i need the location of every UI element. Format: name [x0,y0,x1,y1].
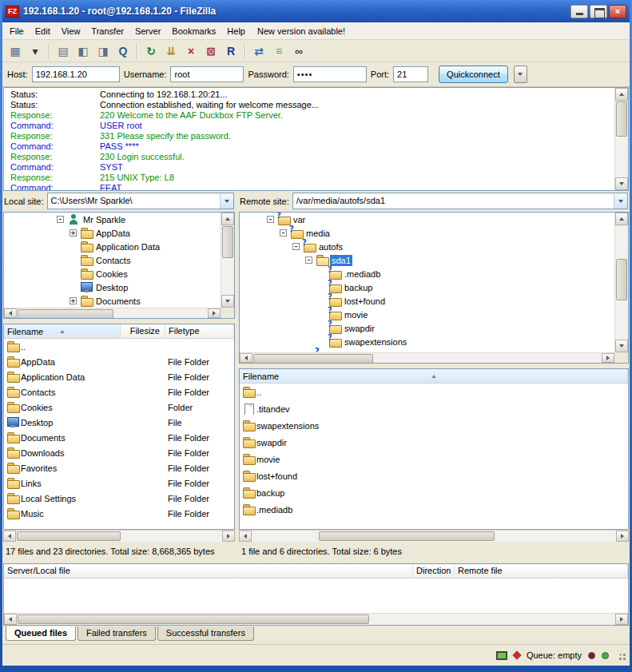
movie[interactable]: movie [240,451,628,467]
host-input[interactable] [32,66,120,82]
column-header-direction[interactable]: Direction [413,564,455,578]
directory-comparison-button[interactable]: ⇄ [249,42,268,60]
tab-failed-transfers[interactable]: Failed transfers [78,626,156,641]
quickconnect-dropdown-button[interactable] [514,66,527,83]
tree-item[interactable]: - sda1 [240,253,614,267]
Local Settings[interactable]: Local Settings File Folder [4,491,234,506]
menu-bookmarks[interactable]: Bookmarks [166,24,221,38]
tree-item[interactable]: - autofs [240,240,614,253]
log-vertical-scrollbar[interactable] [614,88,628,190]
scroll-up-button[interactable] [615,88,628,101]
scrollbar-thumb[interactable] [319,531,495,541]
refresh-button[interactable]: ↻ [141,42,161,60]
Music[interactable]: Music File Folder [4,506,234,521]
local-tree-vertical-scrollbar[interactable] [221,213,234,308]
scroll-right-button[interactable] [615,614,628,625]
backup[interactable]: backup [240,484,628,501]
scroll-down-button[interactable] [615,177,628,190]
tab-successful-transfers[interactable]: Successful transfers [157,626,254,641]
tree-expander[interactable]: - [292,243,300,250]
scroll-right-button[interactable] [602,353,614,363]
local-site-combobox[interactable]: C:\Users\Mr Sparkle\ [47,193,234,209]
tree-item[interactable]: + AppData [4,226,221,240]
.titandev[interactable]: .titandev [240,400,628,417]
menu-view[interactable]: View [56,24,86,38]
tree-expander[interactable]: - [305,256,312,264]
tree-item[interactable]: - media [240,226,614,240]
tree-item[interactable]: Application Data [4,240,221,253]
local-tree-horizontal-scrollbar[interactable] [4,308,221,318]
find-files-button[interactable]: ∞ [289,42,308,60]
remote-site-combobox[interactable]: /var/media/autofs/sda1 [292,193,628,209]
toggle-queue-button[interactable]: Q [113,42,133,60]
password-input[interactable] [293,66,367,82]
tree-expander[interactable]: + [70,229,77,237]
menu-edit[interactable]: Edit [30,24,56,38]
quickconnect-button[interactable]: Quickconnect [439,66,508,83]
tree-item[interactable]: - Mr Sparkle [4,213,221,226]
scrollbar-thumb[interactable] [616,259,627,300]
column-header-server-local-file[interactable]: Server/Local file [4,564,413,578]
combo-dropdown-button[interactable] [614,193,627,209]
toggle-message-log-button[interactable]: ▤ [54,42,73,60]
column-header-filetype[interactable]: Filetype [165,324,234,338]
toggle-local-tree-button[interactable]: ◧ [74,42,93,60]
scroll-right-button[interactable] [208,308,221,318]
tab-queued-files[interactable]: Queued files [6,626,76,641]
process-queue-button[interactable]: ⇊ [161,42,181,60]
tree-expander[interactable]: - [280,229,287,237]
tree-item[interactable]: lost+found [240,294,614,308]
scroll-down-button[interactable] [615,340,628,352]
scrollbar-thumb[interactable] [222,226,233,258]
scrollbar-thumb[interactable] [17,531,121,541]
red-indicator-icon[interactable] [512,650,521,659]
tree-item[interactable]: + Documents [4,294,221,308]
Links[interactable]: Links File Folder [4,475,234,491]
.mediadb[interactable]: .mediadb [240,501,628,518]
scroll-up-button[interactable] [221,213,234,225]
Desktop[interactable]: Desktop File [4,415,234,430]
site-manager-dropdown[interactable]: ▾ [26,42,45,60]
swapextensions[interactable]: swapextensions [240,417,628,434]
scroll-down-button[interactable] [221,295,234,308]
menu-transfer[interactable]: Transfer [85,24,129,38]
new-version-notice[interactable]: New version available! [251,24,352,38]
..[interactable]: .. [4,339,234,354]
tree-expander[interactable]: - [267,216,274,223]
scroll-up-button[interactable] [615,213,628,225]
column-header-remote-file[interactable]: Remote file [455,564,628,578]
title-bar[interactable]: FZ 192.168.1.20 - root@192.168.1.20 - Fi… [2,0,630,22]
resize-grip[interactable] [615,650,626,661]
tree-expander[interactable]: + [70,297,77,304]
synchronized-browsing-button[interactable]: ≡ [269,42,288,60]
username-input[interactable] [170,66,244,82]
port-input[interactable] [393,66,428,82]
maximize-button[interactable] [590,5,607,18]
remote-tree-horizontal-scrollbar[interactable] [240,352,614,363]
tree-item[interactable]: .mediadb [240,267,614,280]
menu-help[interactable]: Help [221,24,251,38]
queue-horizontal-scrollbar[interactable] [4,613,628,625]
close-button[interactable]: × [609,5,626,18]
lost+found[interactable]: lost+found [240,467,628,484]
swapdir[interactable]: swapdir [240,434,628,451]
scrollbar-thumb[interactable] [18,614,369,624]
site-manager-button[interactable]: ▦ [6,42,25,60]
tree-expander[interactable]: - [57,216,64,223]
menu-file[interactable]: File [4,24,30,38]
scroll-left-button[interactable] [4,308,17,318]
reconnect-button[interactable]: R [221,42,240,60]
scrollbar-thumb[interactable] [18,309,113,319]
AppData[interactable]: AppData File Folder [4,354,234,369]
Cookies[interactable]: Cookies Folder [4,400,234,415]
disconnect-button[interactable]: ⊠ [201,42,221,60]
scroll-right-button[interactable] [616,531,629,542]
menu-server[interactable]: Server [129,24,166,38]
tree-item[interactable]: swapextensions [240,335,614,348]
column-header-filename[interactable]: Filename [240,369,628,383]
scrollbar-thumb[interactable] [616,101,627,137]
tree-item[interactable]: backup [240,280,614,294]
tree-item[interactable]: Contacts [4,253,221,267]
remote-list-horizontal-scrollbar[interactable] [239,530,629,542]
tree-item[interactable]: movie [240,308,614,321]
